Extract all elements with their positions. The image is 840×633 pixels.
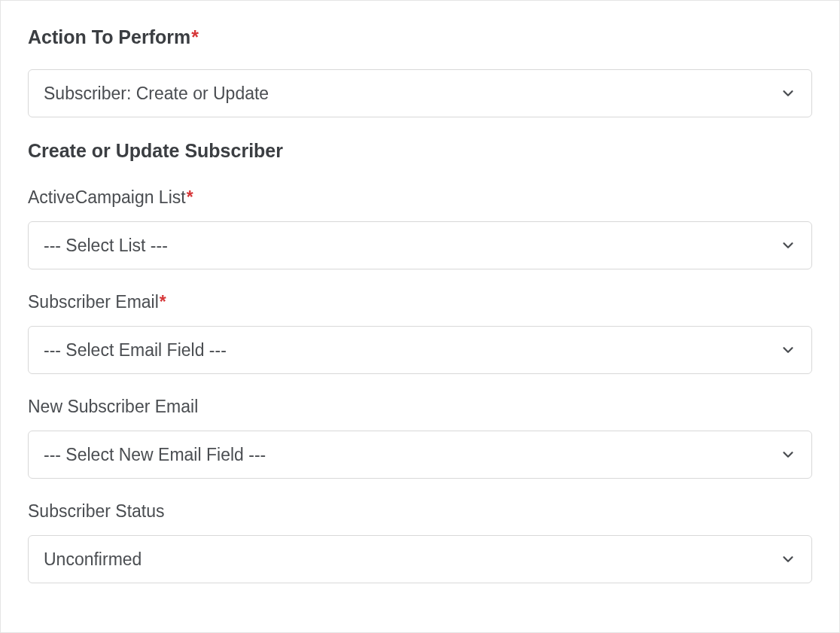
- action-label-text: Action To Perform: [28, 26, 190, 47]
- list-select[interactable]: --- Select List ---: [28, 221, 812, 269]
- list-label-text: ActiveCampaign List: [28, 187, 186, 207]
- required-marker: *: [191, 26, 199, 47]
- chevron-down-icon: [780, 237, 796, 254]
- subsection-title: Create or Update Subscriber: [28, 140, 812, 162]
- email-select-value: --- Select Email Field ---: [44, 340, 227, 361]
- action-label: Action To Perform*: [28, 26, 812, 48]
- new-email-field-group: New Subscriber Email --- Select New Emai…: [28, 397, 812, 479]
- action-select-value: Subscriber: Create or Update: [44, 84, 269, 104]
- action-field-group: Action To Perform* Subscriber: Create or…: [28, 26, 812, 117]
- chevron-down-icon: [780, 85, 796, 102]
- email-select[interactable]: --- Select Email Field ---: [28, 326, 812, 374]
- new-email-select-value: --- Select New Email Field ---: [44, 445, 266, 465]
- required-marker: *: [187, 187, 193, 207]
- email-label: Subscriber Email*: [28, 292, 812, 312]
- action-select[interactable]: Subscriber: Create or Update: [28, 69, 812, 117]
- status-select[interactable]: Unconfirmed: [28, 535, 812, 583]
- list-field-group: ActiveCampaign List* --- Select List ---: [28, 187, 812, 269]
- status-field-group: Subscriber Status Unconfirmed: [28, 501, 812, 583]
- email-label-text: Subscriber Email: [28, 292, 159, 312]
- new-email-label: New Subscriber Email: [28, 397, 812, 417]
- email-field-group: Subscriber Email* --- Select Email Field…: [28, 292, 812, 374]
- chevron-down-icon: [780, 342, 796, 358]
- new-email-select[interactable]: --- Select New Email Field ---: [28, 431, 812, 479]
- required-marker: *: [160, 292, 166, 312]
- status-label: Subscriber Status: [28, 501, 812, 522]
- list-select-value: --- Select List ---: [44, 236, 168, 256]
- chevron-down-icon: [780, 551, 796, 568]
- settings-panel: Action To Perform* Subscriber: Create or…: [0, 0, 840, 633]
- chevron-down-icon: [780, 446, 796, 463]
- list-label: ActiveCampaign List*: [28, 187, 812, 208]
- status-select-value: Unconfirmed: [44, 549, 142, 570]
